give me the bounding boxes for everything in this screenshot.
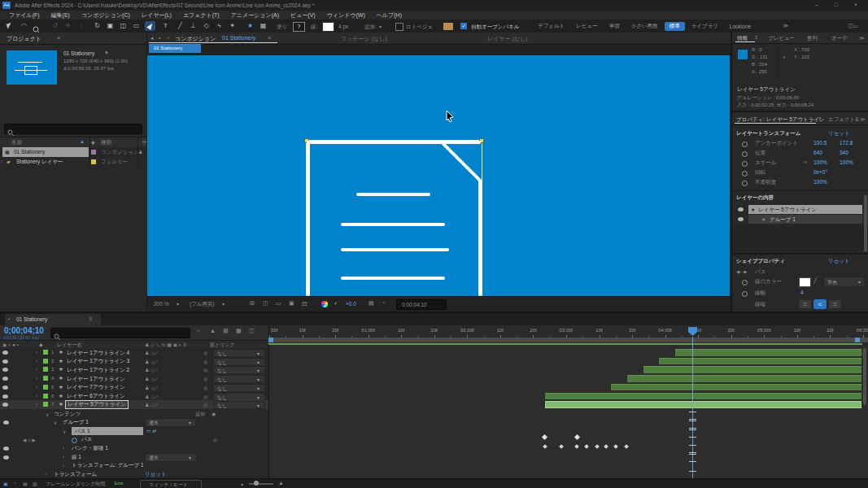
menu-item[interactable]: ファイル(F)	[3, 11, 46, 20]
workspace-item[interactable]: デフォルト	[533, 22, 569, 31]
comp-view-tab[interactable]: 01 Stationery	[149, 44, 201, 53]
twirl-closed-icon[interactable]: ›	[36, 366, 37, 371]
twirl-closed-icon[interactable]: ›	[63, 463, 64, 468]
sort-asc-icon[interactable]: ▲	[80, 139, 85, 144]
parent-link-dropdown[interactable]: なし▾	[213, 349, 265, 357]
show-snapshot-icon[interactable]: ◔	[382, 300, 385, 306]
shape-tool-icon[interactable]: ▭	[130, 22, 142, 29]
group-row-label[interactable]: グループ 1	[63, 419, 89, 426]
expand-in-point-icon[interactable]: ▣	[3, 481, 8, 486]
comp-mini-flowchart-icon[interactable]: ⌁	[197, 328, 200, 334]
link-icon[interactable]: ∞	[804, 159, 807, 164]
add-shape-icon[interactable]: ◉	[212, 411, 216, 416]
pan-behind-tool-icon[interactable]: ◫	[117, 22, 129, 29]
panel-menu-icon[interactable]: ≡	[818, 116, 822, 121]
twirl-open-icon[interactable]: ∨	[63, 429, 66, 434]
expander-icon[interactable]: ›	[1, 159, 2, 163]
layer-switches-icons[interactable]: ♟◇∕	[145, 376, 159, 381]
layer-duration-bar[interactable]	[545, 401, 861, 408]
tab-effects[interactable]: エフェクト&	[828, 116, 859, 124]
timeline-tab[interactable]: ▪ 01 Stationery ≡	[5, 314, 101, 325]
grid-guides-icon[interactable]: ▦	[257, 22, 269, 29]
project-row-comp[interactable]: ▦ 01 Stationery コンポジション ♟	[0, 147, 146, 157]
content-item[interactable]: ★ グループ 1	[748, 215, 862, 224]
keyframe-diamond[interactable]	[559, 444, 564, 449]
layer-name[interactable]: レイヤー 1アウトライン 4	[67, 350, 129, 357]
pan-camera-tool-icon[interactable]: ✛	[62, 22, 74, 29]
tab-align[interactable]: 整列	[807, 35, 818, 42]
quality-caret-icon[interactable]: ▾	[222, 301, 225, 307]
menu-item[interactable]: レイヤー(L)	[136, 11, 177, 20]
stroke-color-swatch[interactable]	[799, 277, 811, 287]
pick-whip-icon[interactable]: ◎	[203, 350, 207, 355]
menu-item[interactable]: エフェクト(T)	[177, 11, 225, 20]
tab-project[interactable]: プロジェクト	[7, 35, 41, 43]
layer-color-chip[interactable]	[43, 359, 48, 364]
pick-whip-icon[interactable]: ◎	[203, 402, 207, 407]
dock-overflow-icon[interactable]: ≫	[859, 35, 865, 41]
prop-value[interactable]: 640	[813, 150, 822, 155]
eraser-tool-icon[interactable]: ◇	[200, 22, 212, 29]
shape-reset-button[interactable]: リセット	[828, 258, 850, 265]
stopwatch-icon[interactable]	[742, 161, 748, 167]
layer-switches-icons[interactable]: ♟◇∕	[145, 385, 159, 390]
stopwatch-icon[interactable]	[742, 142, 748, 147]
stroke-width-value[interactable]: 4	[800, 290, 804, 295]
timeline-zoom-slider[interactable]	[249, 483, 273, 485]
layer-duration-bar[interactable]	[545, 393, 861, 400]
add-label[interactable]: 追加:	[364, 24, 377, 31]
zoom-caret-icon[interactable]: ▾	[177, 301, 179, 307]
brush-tool-icon[interactable]: ╱	[174, 22, 186, 29]
transform-reset-button[interactable]: リセット	[145, 471, 167, 478]
panel-menu-icon[interactable]: ≡	[57, 35, 60, 41]
layer-color-chip[interactable]	[43, 402, 48, 407]
zoom-in-mountain-icon[interactable]: ▲	[278, 480, 284, 486]
maximize-button[interactable]: □	[835, 2, 838, 7]
hide-shy-icon[interactable]: ▤	[223, 328, 229, 334]
stroke-width-value[interactable]: 4 px	[338, 24, 348, 29]
current-timecode[interactable]: 0;00;04;10	[4, 326, 44, 335]
cap-projecting-button[interactable]: ⊐	[828, 299, 841, 309]
twirl-closed-icon[interactable]: ›	[36, 358, 37, 363]
add-shape-label[interactable]: 追加:	[195, 411, 207, 418]
stopwatch-icon[interactable]	[742, 291, 748, 297]
stopwatch-icon[interactable]	[742, 280, 748, 285]
menu-item[interactable]: コンポジション(C)	[76, 11, 136, 20]
stroke-type-dropdown[interactable]: 単色 ▾	[823, 277, 866, 287]
transform-reset-button[interactable]: リセット	[828, 130, 850, 137]
dolly-tool-icon[interactable]: ↕	[75, 22, 87, 29]
tab-audio[interactable]: オーデ	[831, 35, 848, 42]
stroke-blend-dropdown[interactable]: 通常 ▾	[145, 453, 197, 462]
workspace-search-icon[interactable]: ◫▭	[848, 23, 858, 29]
path1-row-selected[interactable]: パス 1	[72, 427, 143, 435]
panel-scrollbar[interactable]	[864, 195, 867, 252]
transparency-grid-icon[interactable]: ▣	[289, 300, 294, 307]
prop-value[interactable]: 100%	[813, 179, 827, 185]
grid-options-icon[interactable]: ⊞	[250, 300, 255, 307]
region-of-interest-icon[interactable]: ▭	[276, 300, 281, 307]
selection-tool-icon[interactable]: ◤	[2, 20, 16, 31]
workspace-item[interactable]: レビュー	[571, 22, 602, 31]
parent-link-dropdown[interactable]: なし▾	[213, 366, 265, 374]
puppet-pin-tool-icon[interactable]: ✶	[226, 22, 238, 29]
col-type[interactable]: 種類	[101, 139, 111, 146]
pick-whip-icon[interactable]: ◎	[203, 385, 207, 390]
twirl-closed-icon[interactable]: ›	[63, 445, 64, 450]
col-size[interactable]: サ	[142, 139, 147, 146]
keyframe-diamond[interactable]	[624, 444, 629, 449]
layer-switches-icons[interactable]: ♟◇∕	[145, 394, 159, 399]
tab-footage[interactable]: フッテージ (なし)	[341, 35, 387, 43]
frame-blend-icon[interactable]: ▦	[236, 328, 242, 334]
eye-icon[interactable]	[738, 207, 744, 211]
dock-overflow-icon[interactable]: ≫	[860, 116, 866, 123]
tab-preview[interactable]: プレビュー	[768, 35, 795, 42]
zoom-out-mountain-icon[interactable]: ▴	[241, 481, 243, 486]
mask-visibility-icon[interactable]: ◫	[263, 300, 268, 307]
panel-back-icon[interactable]: ◂	[150, 35, 154, 41]
stroke-swatch[interactable]	[322, 22, 334, 32]
exposure-icon[interactable]: ◐	[334, 300, 338, 306]
workspace-item[interactable]: 学習	[604, 22, 625, 31]
layer-name[interactable]: レイヤー 1アウトライン 3	[67, 358, 129, 365]
switch-mode-button[interactable]: スイッチ / モード	[140, 480, 202, 488]
eye-icon[interactable]	[2, 351, 8, 355]
